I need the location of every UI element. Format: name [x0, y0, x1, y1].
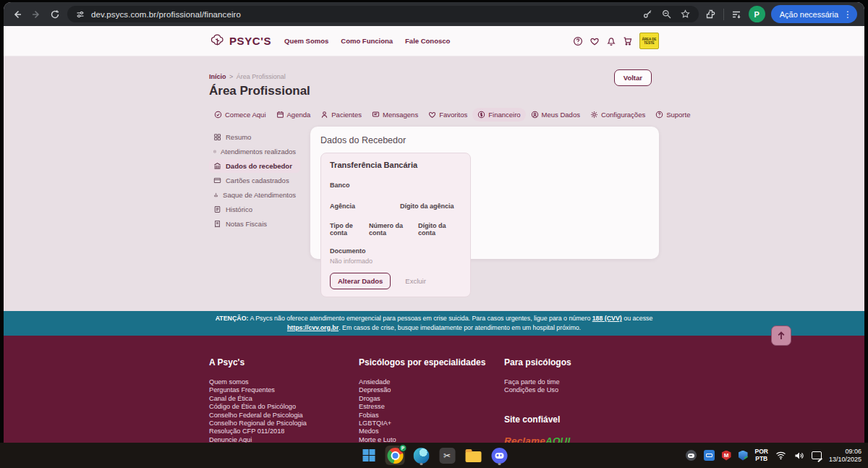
sidebar-item-cartoes-cadastrados[interactable]: Cartões cadastrados	[209, 174, 300, 187]
help-icon[interactable]	[573, 36, 583, 46]
footer-link-denuncie-aqui[interactable]: Denuncie Aqui	[209, 436, 359, 443]
sidebar-item-historico[interactable]: Histórico	[209, 203, 300, 216]
breadcrumb-separator: >	[229, 73, 233, 80]
footer-link-conselho-federal[interactable]: Conselho Federal de Psicologia	[209, 412, 359, 420]
taskbar-edge[interactable]	[412, 446, 431, 465]
forward-icon[interactable]	[30, 8, 43, 21]
footer-link-codigo-de-etica[interactable]: Código de Ética do Psicólogo	[209, 403, 359, 411]
label-agencia: Agência	[330, 203, 400, 210]
volume-icon[interactable]	[793, 451, 804, 461]
footer-link-conselho-regional[interactable]: Conselho Regional de Psicologia	[209, 420, 359, 427]
password-key-icon[interactable]	[643, 9, 652, 19]
taskbar-discord[interactable]	[490, 446, 509, 465]
sidebar-item-atendimentos-realizados[interactable]: Atendimentos realizados	[209, 145, 300, 158]
scroll-to-top-button[interactable]	[771, 326, 791, 346]
footer-link-drogas[interactable]: Drogas	[359, 395, 504, 403]
nav-como-funciona[interactable]: Como Funciona	[341, 37, 393, 45]
tray-discord-icon[interactable]	[686, 450, 697, 461]
back-icon[interactable]	[11, 8, 24, 21]
extensions-puzzle-icon[interactable]	[705, 8, 718, 21]
reading-list-icon[interactable]	[730, 8, 743, 21]
footer-link-canal-de-etica[interactable]: Canal de Ética	[209, 395, 359, 403]
start-button[interactable]	[359, 446, 379, 465]
tab-favoritos[interactable]: Favoritos	[423, 108, 472, 122]
nav-fale-conosco[interactable]: Fale Conosco	[405, 37, 450, 45]
notifications-bell-icon[interactable]	[606, 36, 616, 46]
nav-quem-somos[interactable]: Quem Somos	[284, 37, 328, 45]
voltar-button[interactable]: Voltar	[614, 69, 652, 86]
card-title: Transferência Bancária	[330, 161, 461, 169]
receiver-data-panel: Dados do Recebedor Transferência Bancári…	[310, 127, 659, 259]
sidebar-item-notas-fiscais[interactable]: Notas Fiscais	[209, 217, 300, 231]
snipping-tool-icon: ✂	[439, 448, 455, 464]
footer-link-medos[interactable]: Medos	[359, 427, 504, 435]
trust-site-title: Site confiável	[504, 414, 659, 425]
tray-pen-icon[interactable]	[812, 451, 822, 459]
reload-icon[interactable]	[48, 8, 61, 21]
footer-link-resolucao-cfp[interactable]: Resolução CFP 011/2018	[209, 427, 359, 435]
tab-pacientes[interactable]: Pacientes	[315, 108, 367, 122]
excluir-link[interactable]: Excluir	[405, 277, 426, 285]
toolbar-separator	[723, 9, 724, 20]
bookmark-star-icon[interactable]	[681, 9, 690, 19]
tray-app-icon[interactable]	[704, 450, 715, 461]
taskbar-file-explorer[interactable]	[464, 446, 483, 465]
reclame-aqui-logo[interactable]: ReclameAQUI	[504, 435, 659, 443]
tab-mensagens[interactable]: Mensagens	[367, 108, 423, 122]
tab-financeiro[interactable]: Financeiro	[472, 108, 525, 122]
heart-icon	[428, 111, 436, 119]
bank-transfer-card: Transferência Bancária Banco Agência Díg…	[320, 153, 471, 297]
psycs-logo[interactable]: PSYC'S	[209, 33, 271, 49]
cvv-site-link[interactable]: https://cvv.org.br	[287, 324, 339, 331]
footer-link-perguntas-frequentes[interactable]: Perguntas Frequentes	[209, 386, 359, 394]
address-bar[interactable]: dev.psycs.com.br/profissional/financeiro	[67, 6, 699, 22]
action-needed-button[interactable]: Ação necessária ⋮	[771, 5, 857, 23]
tab-agenda[interactable]: Agenda	[271, 108, 316, 122]
gear-icon	[590, 111, 598, 119]
documento-value: Não informado	[330, 258, 461, 265]
footer-link-faca-parte[interactable]: Faça parte do time	[504, 378, 659, 386]
zoom-icon[interactable]	[662, 9, 671, 19]
footer-link-condicoes-uso[interactable]: Condições de Uso	[504, 386, 659, 394]
url-text[interactable]: dev.psycs.com.br/profissional/financeiro	[91, 10, 637, 19]
footer-link-morte-e-luto[interactable]: Morte e Luto	[359, 436, 504, 443]
tab-comece-aqui[interactable]: Comece Aqui	[209, 108, 271, 122]
brain-logo-icon	[209, 33, 226, 49]
favorites-heart-icon[interactable]	[590, 36, 600, 46]
taskbar-clock[interactable]: 09:06 13/10/2025	[829, 448, 861, 463]
windows-security-icon[interactable]: ✓	[739, 451, 748, 461]
mcafee-icon[interactable]: M	[722, 451, 731, 461]
profile-avatar[interactable]: P	[749, 6, 765, 22]
footer-link-fobias[interactable]: Fobias	[359, 412, 504, 420]
footer-link-estresse[interactable]: Estresse	[359, 403, 504, 411]
footer-link-ansiedade[interactable]: Ansiedade	[359, 378, 504, 386]
windows-logo-icon	[362, 449, 375, 462]
browser-menu-icon[interactable]: ⋮	[843, 9, 852, 20]
sidebar-item-dados-do-recebedor[interactable]: Dados do recebedor	[209, 159, 300, 173]
attention-text-1: A Psycs não oferece atendimento emergenc…	[248, 315, 592, 322]
tab-suporte[interactable]: Suporte	[650, 108, 695, 122]
clipboard-check-icon	[213, 148, 216, 156]
cart-icon[interactable]	[623, 36, 633, 46]
attention-text-3: . Em casos de crise, busque imediatament…	[339, 324, 581, 331]
breadcrumb-home[interactable]: Início	[209, 73, 226, 80]
withdraw-icon	[213, 191, 218, 199]
test-area-badge: ÁREA DE TESTE	[639, 33, 659, 49]
language-indicator[interactable]: POR PTB	[755, 448, 768, 462]
site-info-icon[interactable]	[76, 10, 85, 19]
footer-link-quem-somos[interactable]: Quem somos	[209, 378, 359, 386]
edge-icon	[413, 448, 429, 464]
cvv-phone-link[interactable]: 188 (CVV)	[592, 315, 622, 322]
tab-meus-dados[interactable]: Meus Dados	[526, 108, 585, 122]
sidebar-item-resumo[interactable]: Resumo	[209, 130, 300, 144]
footer-link-lgbtqia[interactable]: LGBTQIA+	[359, 420, 504, 427]
alterar-dados-button[interactable]: Alterar Dados	[330, 273, 391, 289]
tab-configuracoes[interactable]: Configurações	[585, 108, 650, 122]
wifi-icon[interactable]	[775, 451, 786, 460]
sidebar-item-saque-de-atendimentos[interactable]: Saque de Atendimentos	[209, 188, 300, 202]
footer-link-depressao[interactable]: Depressão	[359, 386, 504, 394]
bank-icon	[213, 162, 221, 170]
taskbar-snipping-tool[interactable]: ✂	[438, 446, 457, 465]
attention-text-2: ou acesse	[622, 315, 653, 322]
taskbar-chrome[interactable]: P	[386, 446, 405, 465]
